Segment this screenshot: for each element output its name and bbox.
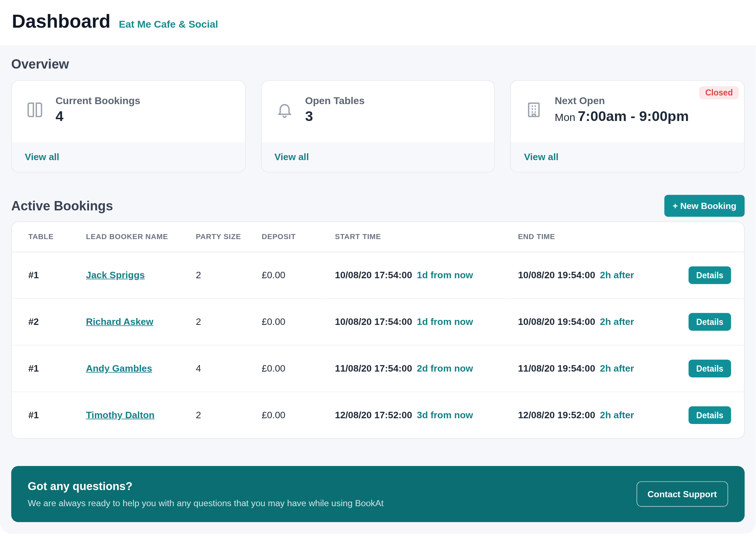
status-badge: Closed: [699, 86, 739, 99]
col-party-size: PARTY SIZE: [187, 222, 253, 252]
table-row: #2Richard Askew2£0.0010/08/20 17:54:001d…: [12, 299, 744, 345]
table-row: #1Jack Spriggs2£0.0010/08/20 17:54:001d …: [12, 252, 744, 299]
cell-party-size: 4: [187, 345, 253, 392]
support-banner: Got any questions? We are always ready t…: [11, 466, 745, 522]
next-open-hours: 7:00am - 9:00pm: [578, 108, 689, 124]
support-title: Got any questions?: [28, 480, 383, 493]
view-all-link[interactable]: View all: [25, 152, 59, 162]
view-all-link[interactable]: View all: [524, 152, 559, 162]
cell-deposit: £0.00: [253, 392, 327, 438]
next-open-day: Mon: [555, 112, 575, 123]
building-icon: [524, 100, 544, 120]
start-time: 12/08/20 17:52:00: [335, 410, 412, 420]
start-time-rel: 3d from now: [417, 410, 473, 420]
start-time-rel: 1d from now: [417, 270, 473, 280]
active-bookings-title: Active Bookings: [11, 198, 113, 214]
col-start-time: START TIME: [327, 222, 510, 252]
overview-cards: Current Bookings 4 View all Open Tables: [11, 80, 745, 173]
card-label: Next Open: [555, 95, 689, 107]
lead-booker-link[interactable]: Jack Spriggs: [86, 270, 145, 280]
cell-deposit: £0.00: [253, 345, 327, 392]
cell-table: #1: [12, 252, 78, 299]
col-lead-booker: LEAD BOOKER NAME: [78, 222, 187, 252]
table-row: #1Timothy Dalton2£0.0012/08/20 17:52:003…: [12, 392, 744, 438]
card-label: Current Bookings: [56, 95, 140, 107]
bell-icon: [274, 100, 294, 120]
details-button[interactable]: Details: [689, 406, 731, 424]
end-time: 11/08/20 19:54:00: [518, 363, 595, 373]
venue-name: Eat Me Cafe & Social: [119, 19, 218, 31]
view-all-link[interactable]: View all: [274, 152, 309, 162]
col-table: TABLE: [12, 222, 78, 252]
lead-booker-link[interactable]: Andy Gambles: [86, 363, 152, 373]
start-time: 10/08/20 17:54:00: [335, 317, 412, 327]
end-time: 12/08/20 19:52:00: [518, 410, 595, 420]
cell-table: #2: [12, 299, 78, 345]
cell-party-size: 2: [187, 252, 253, 299]
start-time-rel: 1d from now: [417, 317, 473, 327]
start-time: 10/08/20 17:54:00: [335, 270, 412, 280]
book-icon: [25, 100, 45, 120]
table-row: #1Andy Gambles4£0.0011/08/20 17:54:002d …: [12, 345, 744, 392]
cell-deposit: £0.00: [253, 252, 327, 299]
end-time-rel: 2h after: [600, 363, 634, 373]
card-value: 3: [305, 108, 365, 125]
end-time-rel: 2h after: [600, 410, 634, 420]
contact-support-button[interactable]: Contact Support: [636, 481, 728, 507]
lead-booker-link[interactable]: Timothy Dalton: [86, 410, 155, 420]
lead-booker-link[interactable]: Richard Askew: [86, 317, 154, 327]
cell-party-size: 2: [187, 299, 253, 345]
start-time: 11/08/20 17:54:00: [335, 363, 412, 373]
end-time: 10/08/20 19:54:00: [518, 270, 595, 280]
page-header: Dashboard Eat Me Cafe & Social: [0, 0, 756, 46]
end-time-rel: 2h after: [600, 317, 634, 327]
card-label: Open Tables: [305, 95, 365, 107]
details-button[interactable]: Details: [689, 313, 731, 331]
details-button[interactable]: Details: [689, 266, 731, 284]
cell-table: #1: [12, 392, 78, 438]
new-booking-button[interactable]: + New Booking: [664, 195, 745, 217]
card-current-bookings: Current Bookings 4 View all: [11, 80, 246, 173]
overview-title: Overview: [11, 57, 745, 72]
card-open-tables: Open Tables 3 View all: [261, 80, 495, 173]
card-value: Mon7:00am - 9:00pm: [555, 108, 689, 125]
page-title: Dashboard: [12, 11, 111, 33]
cell-party-size: 2: [187, 392, 253, 438]
bookings-table: TABLE LEAD BOOKER NAME PARTY SIZE DEPOSI…: [11, 222, 745, 439]
end-time: 10/08/20 19:54:00: [518, 317, 595, 327]
details-button[interactable]: Details: [689, 360, 731, 377]
card-value: 4: [56, 108, 140, 125]
support-subtitle: We are always ready to help you with any…: [28, 498, 383, 508]
cell-table: #1: [12, 345, 78, 392]
card-next-open: Closed Next Open Mon7:00am - 9:00pm View…: [510, 80, 745, 173]
col-end-time: END TIME: [510, 222, 678, 252]
end-time-rel: 2h after: [600, 270, 634, 280]
start-time-rel: 2d from now: [417, 363, 473, 373]
col-deposit: DEPOSIT: [253, 222, 327, 252]
cell-deposit: £0.00: [253, 299, 327, 345]
